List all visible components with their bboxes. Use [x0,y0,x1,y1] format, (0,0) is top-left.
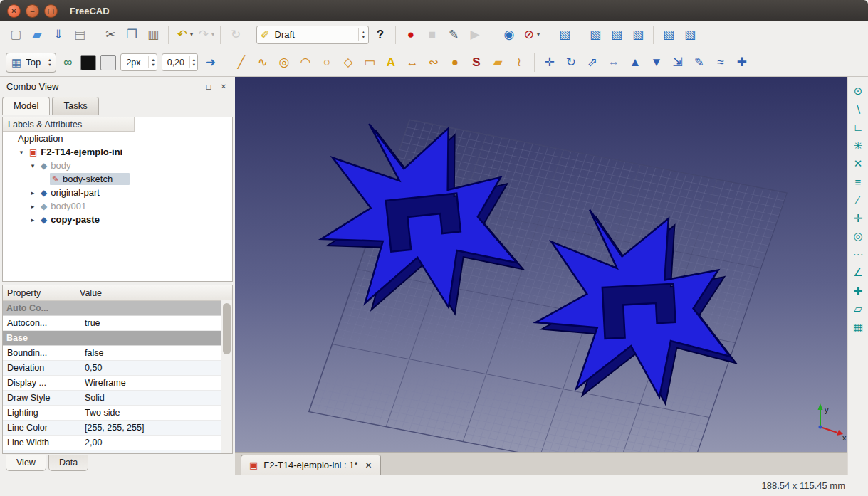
draft-rotate-button[interactable]: ↻ [561,52,581,73]
panel-float-button[interactable]: ◻ [204,81,214,91]
line-width-arrows[interactable]: ▴▾ [148,56,154,68]
draft-bspline-button[interactable]: ∾ [424,52,444,73]
tree-expand-arrow[interactable]: ▸ [28,189,37,196]
tree-item-application[interactable]: Application [3,132,232,145]
snap-ortho-button[interactable]: ∠ [849,265,867,280]
redo-dropdown-arrow[interactable]: ▾ [211,31,214,38]
macro-execute-button[interactable]: ▶ [465,24,485,46]
working-plane-selector[interactable]: ▦Top▴▾ [6,53,56,73]
copy-button[interactable]: ❐ [122,24,142,46]
window-maximize-button[interactable]: ▢ [44,4,58,18]
draft-wire-button[interactable]: ∿ [253,52,273,73]
property-row-line-color[interactable]: Line Color[255, 255, 255] [3,421,221,436]
line-color-swatch[interactable] [80,55,96,70]
face-color-swatch[interactable] [100,55,116,70]
scrollbar-thumb[interactable] [223,303,231,354]
snap-parallel-button[interactable]: ≡ [849,174,867,189]
draw-style-dropdown-arrow[interactable]: ▾ [537,31,540,38]
tree-item-original-part[interactable]: ▸◆original-part [3,186,232,199]
view-rear-button[interactable]: ▧ [659,24,679,46]
snap-near-button[interactable]: ⋯ [849,247,867,262]
construction-mode-button[interactable]: ∞ [58,52,78,73]
document-tab[interactable]: ▣ F2-T14-ejemplo-ini : 1* ✕ [241,455,381,475]
tree-item-f2-t14-ejemplo-ini[interactable]: ▾▣F2-T14-ejemplo-ini [3,145,232,159]
refresh-button[interactable]: ↻ [226,24,246,46]
property-row-point-c[interactable]: Point C...[255, 255, 255] [3,450,221,454]
snap-angle-button[interactable]: ✳ [849,138,867,153]
snap-center-button[interactable]: ◎ [849,228,867,243]
snap-endpoint-button[interactable]: ∖ [849,102,867,117]
draft-ellipse-button[interactable]: ○ [317,52,337,73]
undo-button[interactable]: ↶▾ [174,24,194,46]
snap-extension-button[interactable]: ∕ [849,192,867,207]
text-size-arrows[interactable]: ▴▾ [189,56,195,68]
print-document-button[interactable]: ▤ [70,24,90,46]
tab-data[interactable]: Data [48,455,88,471]
document-tab-close-icon[interactable]: ✕ [365,460,372,470]
draw-style-button[interactable]: ⊘▾ [521,24,540,46]
window-close-button[interactable]: ✕ [7,4,21,18]
new-document-button[interactable]: ▢ [6,24,26,46]
snap-dimensions-button[interactable]: ✚ [849,283,867,298]
line-width-spinbox[interactable]: 2px▴▾ [120,53,157,71]
snap-working-plane-button[interactable]: ▱ [849,301,867,316]
snap-midpoint-button[interactable]: ∟ [849,120,867,134]
draft-facebinder-button[interactable]: ▰ [488,52,508,73]
property-scrollbar[interactable] [221,300,232,453]
draft-add-point-button[interactable]: ✚ [732,52,752,73]
cut-button[interactable]: ✂ [100,24,120,46]
whats-this-button[interactable]: ? [370,24,390,46]
paste-button[interactable]: ▥ [143,24,163,46]
property-row-line-width[interactable]: Line Width2,00 [3,436,221,450]
undo-dropdown-arrow[interactable]: ▾ [190,31,193,38]
view-right-button[interactable]: ▧ [628,24,648,46]
draft-scale-button[interactable]: ⇲ [668,52,688,73]
property-row-autocon[interactable]: Autocon...true [3,316,221,331]
draft-rectangle-button[interactable]: ▭ [360,52,380,73]
tree-item-body[interactable]: ▾◆body [3,159,232,172]
working-plane-spin-arrows[interactable]: ▴▾ [48,58,51,68]
property-group-auto-co[interactable]: Auto Co... [3,301,221,316]
property-row-lighting[interactable]: LightingTwo side [3,406,221,421]
tree-expand-arrow[interactable]: ▾ [28,162,37,169]
draft-downgrade-button[interactable]: ▼ [647,52,666,73]
title-bar[interactable]: ✕ – ▢ FreeCAD [0,0,868,21]
apply-style-button[interactable]: ➜ [201,52,221,73]
draft-shapestring-button[interactable]: S [466,52,486,73]
draft-dimension-button[interactable]: ↔ [402,52,422,73]
window-minimize-button[interactable]: – [26,4,39,18]
macro-edit-button[interactable]: ✎ [444,24,464,46]
draft-point-button[interactable]: ● [445,52,465,73]
tab-tasks[interactable]: Tasks [52,97,98,115]
snap-intersection-button[interactable]: ✕ [849,156,867,171]
draft-arc-button[interactable]: ◠ [296,52,315,73]
workbench-spin-arrows[interactable]: ▴▾ [358,28,365,41]
3d-viewport[interactable]: x y [235,77,847,452]
text-size-spinbox[interactable]: 0,20▴▾ [162,53,198,71]
property-row-boundin[interactable]: Boundin...false [3,346,221,361]
draft-wire-to-bspline-button[interactable]: ≈ [711,52,731,73]
draft-line-button[interactable]: ╱ [231,52,251,73]
tree-expand-arrow[interactable]: ▸ [28,216,37,223]
tab-view[interactable]: View [6,455,46,471]
save-document-button[interactable]: ⇓ [48,24,68,46]
zoom-fit-all-button[interactable]: ◉ [499,24,519,46]
view-isometric-button[interactable]: ▧ [555,24,575,46]
view-top-button[interactable]: ▧ [607,24,627,46]
property-row-display[interactable]: Display ...Wireframe [3,376,221,391]
property-row-draw-style[interactable]: Draw StyleSolid [3,391,221,406]
draft-upgrade-button[interactable]: ▲ [625,52,645,73]
workbench-selector[interactable]: ✐Draft▴▾ [256,26,369,44]
snap-special-button[interactable]: ✛ [849,211,867,226]
draft-offset-button[interactable]: ⇗ [582,52,602,73]
view-front-button[interactable]: ▧ [585,24,605,46]
redo-button[interactable]: ↷▾ [195,24,215,46]
macro-record-button[interactable]: ● [401,24,421,46]
view-bottom-button[interactable]: ▧ [680,24,700,46]
macro-stop-button[interactable]: ■ [422,24,442,46]
tree-item-body-sketch[interactable]: ✎body-sketch [3,172,232,186]
toggle-grid-button[interactable]: ▦ [849,320,867,334]
draft-circle-button[interactable]: ◎ [274,52,294,73]
draft-polygon-button[interactable]: ◇ [338,52,358,73]
property-row-deviation[interactable]: Deviation0,50 [3,361,221,376]
